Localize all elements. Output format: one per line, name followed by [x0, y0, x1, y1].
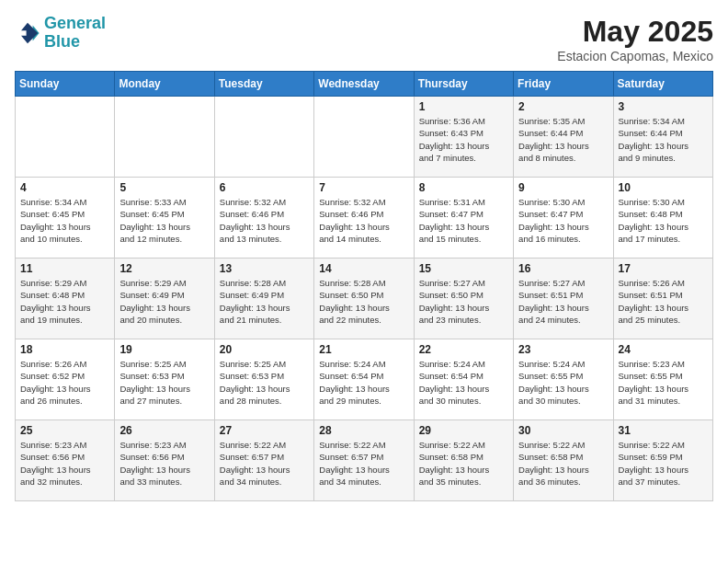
day-number: 14 — [319, 262, 408, 275]
calendar-cell: 26Sunrise: 5:23 AM Sunset: 6:56 PM Dayli… — [115, 420, 214, 501]
cell-info: Sunrise: 5:26 AM Sunset: 6:51 PM Dayligh… — [619, 277, 708, 326]
day-number: 5 — [119, 181, 209, 194]
cell-info: Sunrise: 5:25 AM Sunset: 6:53 PM Dayligh… — [220, 358, 309, 407]
cell-info: Sunrise: 5:27 AM Sunset: 6:50 PM Dayligh… — [419, 277, 508, 326]
cell-info: Sunrise: 5:23 AM Sunset: 6:56 PM Dayligh… — [20, 439, 109, 488]
calendar-cell: 31Sunrise: 5:22 AM Sunset: 6:59 PM Dayli… — [613, 420, 712, 501]
calendar-cell — [214, 97, 313, 178]
day-number: 22 — [419, 343, 508, 356]
weekday-header-thursday: Thursday — [414, 72, 513, 97]
cell-info: Sunrise: 5:35 AM Sunset: 6:44 PM Dayligh… — [518, 115, 608, 164]
cell-info: Sunrise: 5:32 AM Sunset: 6:46 PM Dayligh… — [220, 196, 309, 245]
month-year-title: May 2025 — [557, 15, 713, 49]
calendar-cell: 25Sunrise: 5:23 AM Sunset: 6:56 PM Dayli… — [16, 420, 115, 501]
day-number: 16 — [518, 262, 608, 275]
calendar-cell: 8Sunrise: 5:31 AM Sunset: 6:47 PM Daylig… — [414, 178, 513, 259]
cell-info: Sunrise: 5:32 AM Sunset: 6:46 PM Dayligh… — [319, 196, 408, 245]
cell-info: Sunrise: 5:34 AM Sunset: 6:44 PM Dayligh… — [619, 115, 708, 164]
weekday-header-row: SundayMondayTuesdayWednesdayThursdayFrid… — [16, 72, 713, 97]
cell-info: Sunrise: 5:29 AM Sunset: 6:48 PM Dayligh… — [20, 277, 109, 326]
day-number: 19 — [119, 343, 209, 356]
day-number: 3 — [619, 100, 708, 113]
calendar-cell: 20Sunrise: 5:25 AM Sunset: 6:53 PM Dayli… — [214, 339, 313, 420]
day-number: 24 — [619, 343, 708, 356]
day-number: 10 — [619, 181, 708, 194]
calendar-week-row: 25Sunrise: 5:23 AM Sunset: 6:56 PM Dayli… — [16, 420, 713, 501]
cell-info: Sunrise: 5:22 AM Sunset: 6:58 PM Dayligh… — [419, 439, 508, 488]
day-number: 2 — [518, 100, 608, 113]
calendar-cell: 18Sunrise: 5:26 AM Sunset: 6:52 PM Dayli… — [16, 339, 115, 420]
calendar-week-row: 18Sunrise: 5:26 AM Sunset: 6:52 PM Dayli… — [16, 339, 713, 420]
calendar-week-row: 4Sunrise: 5:34 AM Sunset: 6:45 PM Daylig… — [16, 178, 713, 259]
day-number: 27 — [220, 424, 309, 437]
cell-info: Sunrise: 5:28 AM Sunset: 6:49 PM Dayligh… — [220, 277, 309, 326]
page-header: General Blue May 2025 Estacion Capomas, … — [15, 15, 713, 63]
weekday-header-saturday: Saturday — [613, 72, 712, 97]
weekday-header-friday: Friday — [514, 72, 613, 97]
calendar-table: SundayMondayTuesdayWednesdayThursdayFrid… — [15, 71, 713, 501]
calendar-cell: 28Sunrise: 5:22 AM Sunset: 6:57 PM Dayli… — [314, 420, 414, 501]
calendar-cell — [16, 97, 115, 178]
cell-info: Sunrise: 5:29 AM Sunset: 6:49 PM Dayligh… — [119, 277, 209, 326]
calendar-cell: 12Sunrise: 5:29 AM Sunset: 6:49 PM Dayli… — [115, 259, 214, 339]
location-subtitle: Estacion Capomas, Mexico — [557, 49, 713, 63]
day-number: 20 — [220, 343, 309, 356]
day-number: 13 — [220, 262, 309, 275]
calendar-cell: 10Sunrise: 5:30 AM Sunset: 6:48 PM Dayli… — [613, 178, 712, 259]
day-number: 21 — [319, 343, 408, 356]
day-number: 17 — [619, 262, 708, 275]
day-number: 28 — [319, 424, 408, 437]
calendar-cell — [115, 97, 214, 178]
day-number: 1 — [419, 100, 508, 113]
calendar-week-row: 1Sunrise: 5:36 AM Sunset: 6:43 PM Daylig… — [16, 97, 713, 178]
calendar-cell: 29Sunrise: 5:22 AM Sunset: 6:58 PM Dayli… — [414, 420, 513, 501]
logo: General Blue — [15, 15, 106, 52]
weekday-header-tuesday: Tuesday — [214, 72, 313, 97]
calendar-cell: 7Sunrise: 5:32 AM Sunset: 6:46 PM Daylig… — [314, 178, 414, 259]
day-number: 18 — [20, 343, 109, 356]
cell-info: Sunrise: 5:34 AM Sunset: 6:45 PM Dayligh… — [20, 196, 109, 245]
cell-info: Sunrise: 5:27 AM Sunset: 6:51 PM Dayligh… — [518, 277, 608, 326]
calendar-cell: 13Sunrise: 5:28 AM Sunset: 6:49 PM Dayli… — [214, 259, 313, 339]
calendar-week-row: 11Sunrise: 5:29 AM Sunset: 6:48 PM Dayli… — [16, 259, 713, 339]
calendar-cell: 30Sunrise: 5:22 AM Sunset: 6:58 PM Dayli… — [514, 420, 613, 501]
calendar-cell: 4Sunrise: 5:34 AM Sunset: 6:45 PM Daylig… — [16, 178, 115, 259]
cell-info: Sunrise: 5:33 AM Sunset: 6:45 PM Dayligh… — [119, 196, 209, 245]
cell-info: Sunrise: 5:23 AM Sunset: 6:55 PM Dayligh… — [619, 358, 708, 407]
logo-text: General Blue — [44, 15, 106, 52]
title-block: May 2025 Estacion Capomas, Mexico — [557, 15, 713, 63]
day-number: 7 — [319, 181, 408, 194]
day-number: 11 — [20, 262, 109, 275]
cell-info: Sunrise: 5:30 AM Sunset: 6:47 PM Dayligh… — [518, 196, 608, 245]
weekday-header-wednesday: Wednesday — [314, 72, 414, 97]
calendar-cell — [314, 97, 414, 178]
calendar-cell: 22Sunrise: 5:24 AM Sunset: 6:54 PM Dayli… — [414, 339, 513, 420]
day-number: 23 — [518, 343, 608, 356]
calendar-cell: 15Sunrise: 5:27 AM Sunset: 6:50 PM Dayli… — [414, 259, 513, 339]
calendar-cell: 27Sunrise: 5:22 AM Sunset: 6:57 PM Dayli… — [214, 420, 313, 501]
day-number: 29 — [419, 424, 508, 437]
cell-info: Sunrise: 5:31 AM Sunset: 6:47 PM Dayligh… — [419, 196, 508, 245]
day-number: 6 — [220, 181, 309, 194]
calendar-cell: 11Sunrise: 5:29 AM Sunset: 6:48 PM Dayli… — [16, 259, 115, 339]
cell-info: Sunrise: 5:36 AM Sunset: 6:43 PM Dayligh… — [419, 115, 508, 164]
cell-info: Sunrise: 5:24 AM Sunset: 6:54 PM Dayligh… — [419, 358, 508, 407]
calendar-cell: 3Sunrise: 5:34 AM Sunset: 6:44 PM Daylig… — [613, 97, 712, 178]
day-number: 25 — [20, 424, 109, 437]
calendar-cell: 9Sunrise: 5:30 AM Sunset: 6:47 PM Daylig… — [514, 178, 613, 259]
cell-info: Sunrise: 5:23 AM Sunset: 6:56 PM Dayligh… — [119, 439, 209, 488]
cell-info: Sunrise: 5:24 AM Sunset: 6:55 PM Dayligh… — [518, 358, 608, 407]
calendar-cell: 14Sunrise: 5:28 AM Sunset: 6:50 PM Dayli… — [314, 259, 414, 339]
calendar-cell: 21Sunrise: 5:24 AM Sunset: 6:54 PM Dayli… — [314, 339, 414, 420]
svg-marker-1 — [21, 23, 38, 43]
weekday-header-sunday: Sunday — [16, 72, 115, 97]
calendar-cell: 23Sunrise: 5:24 AM Sunset: 6:55 PM Dayli… — [514, 339, 613, 420]
day-number: 26 — [119, 424, 209, 437]
logo-icon — [15, 20, 40, 46]
calendar-cell: 17Sunrise: 5:26 AM Sunset: 6:51 PM Dayli… — [613, 259, 712, 339]
day-number: 15 — [419, 262, 508, 275]
cell-info: Sunrise: 5:26 AM Sunset: 6:52 PM Dayligh… — [20, 358, 109, 407]
calendar-cell: 5Sunrise: 5:33 AM Sunset: 6:45 PM Daylig… — [115, 178, 214, 259]
cell-info: Sunrise: 5:28 AM Sunset: 6:50 PM Dayligh… — [319, 277, 408, 326]
calendar-cell: 19Sunrise: 5:25 AM Sunset: 6:53 PM Dayli… — [115, 339, 214, 420]
